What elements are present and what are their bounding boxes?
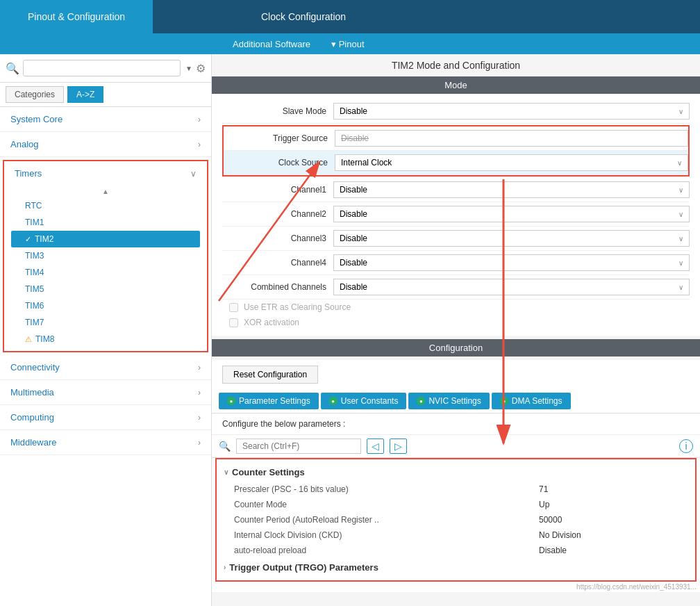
- system-core-header[interactable]: System Core ›: [0, 107, 211, 131]
- mode-section-header: Mode: [212, 76, 700, 94]
- combined-channels-row: Combined Channels Disable ∨: [222, 275, 690, 300]
- top-nav: Pinout & Configuration Clock Configurati…: [0, 0, 700, 33]
- trgo-group[interactable]: › Trigger Output (TRGO) Parameters: [220, 558, 692, 577]
- clock-source-select[interactable]: Internal Clock ∨: [335, 154, 688, 171]
- collapse-icon: ∨: [224, 468, 228, 476]
- mode-fields: Slave Mode Disable ∨ Trigger Source Disa…: [212, 94, 700, 336]
- combined-channels-select[interactable]: Disable ∨: [333, 279, 690, 295]
- dropdown-icon: ∨: [678, 235, 683, 243]
- config-section-header: Configuration: [212, 339, 700, 357]
- multimedia-header[interactable]: Multimedia ›: [0, 380, 211, 404]
- counter-mode-value: Up: [539, 500, 678, 509]
- auto-reload-label: auto-reload preload: [234, 546, 539, 555]
- slave-mode-row: Slave Mode Disable ∨: [222, 99, 690, 124]
- check-circle-icon: ●: [227, 397, 235, 405]
- params-table: ∨ Counter Settings Prescaler (PSC - 16 b…: [215, 458, 697, 582]
- prescaler-value: 71: [539, 484, 678, 494]
- info-icon[interactable]: i: [679, 439, 693, 453]
- trgo-label: Trigger Output (TRGO) Parameters: [229, 562, 378, 573]
- etr-checkbox[interactable]: [229, 303, 238, 312]
- dropdown-icon: ∨: [678, 259, 683, 267]
- tab-nvic-settings[interactable]: ● NVIC Settings: [408, 393, 489, 409]
- sidebar-item-tim8[interactable]: ⚠ TIM8: [11, 331, 200, 347]
- channel2-select[interactable]: Disable ∨: [333, 206, 690, 222]
- channel4-label: Channel4: [222, 258, 333, 268]
- chevron-right-icon: ›: [198, 363, 201, 372]
- sidebar-item-tim5[interactable]: TIM5: [11, 281, 200, 297]
- computing-header[interactable]: Computing ›: [0, 405, 211, 429]
- sidebar-item-rtc[interactable]: RTC: [11, 197, 200, 214]
- trigger-source-label: Trigger Source: [224, 133, 335, 143]
- clock-tab-label: Clock Configuration: [261, 11, 346, 22]
- chevron-right-icon: ›: [198, 413, 201, 423]
- tab-parameter-settings[interactable]: ● Parameter Settings: [219, 393, 319, 409]
- next-nav-button[interactable]: ▷: [390, 439, 407, 454]
- channel3-row: Channel3 Disable ∨: [222, 227, 690, 251]
- chevron-down-icon: ∨: [190, 169, 197, 179]
- sidebar-search-bar: 🔍 ▼ ⚙: [0, 54, 211, 83]
- counter-settings-group[interactable]: ∨ Counter Settings: [220, 463, 692, 482]
- dma-settings-label: DMA Settings: [512, 396, 562, 406]
- config-panel: Reset Configuration ● Parameter Settings…: [212, 360, 700, 592]
- xor-checkbox-row: XOR activation: [222, 315, 690, 330]
- counter-mode-label: Counter Mode: [234, 500, 539, 509]
- tim1-label: TIM1: [25, 218, 44, 227]
- additional-software-link[interactable]: Additional Software: [222, 39, 321, 49]
- gear-icon[interactable]: ⚙: [196, 62, 206, 75]
- tab-user-constants[interactable]: ● User Constants: [321, 393, 407, 409]
- multimedia-label: Multimedia: [10, 387, 54, 398]
- middleware-header[interactable]: Middleware ›: [0, 430, 211, 454]
- search-icon: 🔍: [6, 62, 19, 75]
- reset-config-button[interactable]: Reset Configuration: [222, 366, 318, 384]
- sidebar-item-tim3[interactable]: TIM3: [11, 247, 200, 264]
- channel1-label: Channel1: [222, 185, 333, 195]
- tab-categories[interactable]: Categories: [6, 86, 64, 103]
- xor-label: XOR activation: [244, 318, 299, 327]
- dropdown-icon: ∨: [678, 108, 683, 115]
- collapse-icon: ›: [224, 564, 226, 571]
- sidebar-item-tim6[interactable]: TIM6: [11, 297, 200, 314]
- tab-dma-settings[interactable]: ● DMA Settings: [492, 393, 571, 409]
- channel1-select[interactable]: Disable ∨: [333, 181, 690, 198]
- connectivity-header[interactable]: Connectivity ›: [0, 355, 211, 379]
- xor-checkbox[interactable]: [229, 318, 238, 327]
- tab-pinout[interactable]: Pinout & Configuration: [0, 0, 153, 33]
- expand-collapse-btn[interactable]: ▲: [11, 186, 200, 197]
- sidebar-item-tim4[interactable]: TIM4: [11, 264, 200, 281]
- timers-items: ▲ RTC TIM1 ✓ TIM2 TIM3 TIM4: [4, 186, 207, 351]
- dropdown-icon: ∨: [678, 186, 683, 194]
- sidebar-item-tim7[interactable]: TIM7: [11, 314, 200, 331]
- sidebar-item-tim2[interactable]: ✓ TIM2: [11, 231, 200, 247]
- main-layout: 🔍 ▼ ⚙ Categories A->Z System Core › Anal…: [0, 54, 700, 606]
- section-middleware: Middleware ›: [0, 430, 211, 455]
- counter-period-value: 50000: [539, 515, 678, 525]
- tim3-label: TIM3: [25, 251, 44, 261]
- channel4-select[interactable]: Disable ∨: [333, 254, 690, 271]
- analog-header[interactable]: Analog ›: [0, 132, 211, 156]
- dropdown-arrow-icon: ▼: [185, 65, 192, 72]
- timers-label: Timers: [15, 168, 42, 179]
- timers-header[interactable]: Timers ∨: [4, 161, 207, 186]
- chevron-right-icon: ›: [198, 140, 201, 149]
- warning-icon: ⚠: [25, 335, 32, 344]
- credit-text: https://blog.csdn.net/weixin_4513931...: [212, 582, 700, 592]
- channel3-label: Channel3: [222, 234, 333, 243]
- counter-settings-label: Counter Settings: [232, 467, 305, 477]
- trigger-source-select[interactable]: Disable: [335, 130, 688, 147]
- param-counter-period: Counter Period (AutoReload Register .. 5…: [220, 512, 692, 527]
- tab-az[interactable]: A->Z: [67, 86, 103, 103]
- channel4-value: Disable: [340, 258, 367, 268]
- etr-label: Use ETR as Clearing Source: [244, 302, 351, 312]
- user-constants-label: User Constants: [341, 396, 399, 406]
- slave-mode-select[interactable]: Disable ∨: [333, 103, 690, 120]
- slave-mode-label: Slave Mode: [222, 106, 333, 116]
- pinout-link[interactable]: ▾ Pinout: [321, 39, 374, 49]
- param-search-input[interactable]: [236, 439, 361, 454]
- param-counter-mode: Counter Mode Up: [220, 497, 692, 512]
- tab-clock[interactable]: Clock Configuration: [153, 0, 454, 33]
- sidebar-search-input[interactable]: [23, 60, 181, 76]
- slave-mode-value: Disable: [340, 106, 367, 116]
- prev-nav-button[interactable]: ◁: [367, 439, 384, 454]
- sidebar-item-tim1[interactable]: TIM1: [11, 214, 200, 231]
- channel3-select[interactable]: Disable ∨: [333, 230, 690, 247]
